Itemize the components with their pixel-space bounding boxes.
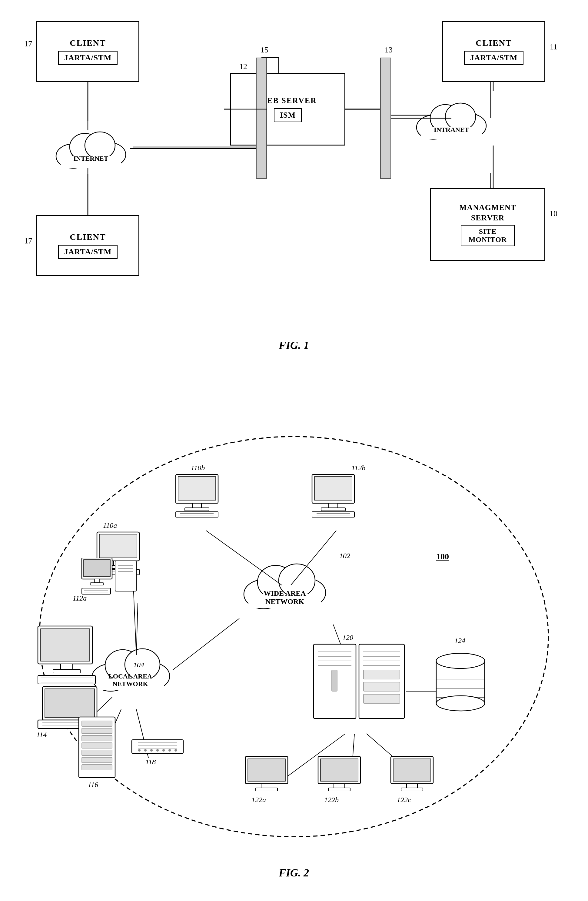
svg-rect-62 bbox=[178, 477, 216, 500]
client-tl-label: CLIENT bbox=[70, 38, 106, 48]
refnum-10: 10 bbox=[549, 209, 557, 218]
label-114: 114 bbox=[36, 731, 47, 739]
svg-text:NETWORK: NETWORK bbox=[112, 680, 148, 687]
svg-rect-76 bbox=[100, 534, 137, 558]
svg-rect-72 bbox=[312, 512, 355, 517]
svg-text:LOCAL AREA: LOCAL AREA bbox=[109, 672, 152, 680]
svg-rect-127 bbox=[332, 670, 337, 691]
mgmt-box: MANAGMENT SERVER SITE MONITOR bbox=[430, 188, 545, 261]
label-122a: 122a bbox=[252, 796, 266, 804]
server-tower-116 bbox=[76, 716, 118, 782]
svg-text:NETWORK: NETWORK bbox=[265, 597, 304, 605]
mgmt-label1: MANAGMENT bbox=[459, 203, 516, 212]
refnum-12: 12 bbox=[239, 62, 247, 71]
svg-point-119 bbox=[144, 749, 146, 751]
label-118: 118 bbox=[145, 758, 156, 766]
right-vbar bbox=[380, 58, 391, 179]
svg-rect-111 bbox=[82, 750, 112, 756]
svg-rect-70 bbox=[329, 503, 338, 508]
svg-rect-64 bbox=[185, 508, 209, 511]
webserver-label: WEB SERVER bbox=[259, 96, 317, 105]
workstation-110b bbox=[166, 473, 227, 518]
svg-rect-148 bbox=[261, 784, 272, 788]
label-wan-ref: 102 bbox=[339, 552, 350, 560]
svg-rect-137 bbox=[364, 682, 400, 691]
svg-rect-147 bbox=[248, 759, 285, 781]
intranet-label: INTRANET bbox=[434, 126, 469, 133]
client-tr-inner: JARTA/STM bbox=[464, 51, 523, 65]
server-rack-120 bbox=[312, 643, 409, 722]
svg-rect-87 bbox=[95, 579, 100, 583]
internet-cloud: INTERNET bbox=[48, 120, 133, 174]
label-124: 124 bbox=[454, 637, 465, 645]
refnum-15: 15 bbox=[261, 45, 268, 55]
desktop-left bbox=[36, 625, 97, 685]
webserver-inner: ISM bbox=[274, 108, 302, 122]
svg-rect-69 bbox=[314, 477, 352, 500]
svg-rect-107 bbox=[82, 721, 112, 726]
svg-rect-82 bbox=[84, 560, 110, 577]
figure-2: WIDE AREA NETWORK LOCAL AREA NETWORK bbox=[18, 412, 569, 885]
svg-rect-96 bbox=[38, 675, 95, 684]
mgmt-inner1: SITE bbox=[469, 228, 507, 235]
svg-line-52 bbox=[173, 619, 239, 670]
label-116: 116 bbox=[88, 781, 98, 789]
svg-point-124 bbox=[174, 749, 177, 751]
svg-rect-89 bbox=[82, 588, 110, 594]
svg-point-120 bbox=[150, 749, 153, 751]
svg-rect-149 bbox=[256, 788, 277, 791]
workstation-112b bbox=[303, 473, 364, 518]
svg-rect-71 bbox=[321, 508, 345, 511]
internet-label: INTERNET bbox=[74, 154, 109, 162]
label-lan-ref: 104 bbox=[133, 661, 144, 669]
label-112a: 112a bbox=[73, 594, 87, 602]
svg-rect-110 bbox=[82, 743, 112, 748]
svg-rect-94 bbox=[61, 664, 73, 669]
figure-1: CLIENT JARTA/STM 17 CLIENT JARTA/STM 11 … bbox=[18, 12, 569, 376]
refnum-17b: 17 bbox=[24, 237, 32, 246]
svg-rect-152 bbox=[334, 784, 345, 788]
client-bl-box: CLIENT JARTA/STM bbox=[36, 215, 139, 276]
client-bl-label: CLIENT bbox=[70, 232, 106, 242]
label-122c: 122c bbox=[397, 796, 411, 804]
svg-rect-153 bbox=[328, 788, 350, 791]
refnum-17a: 17 bbox=[24, 39, 32, 48]
client-tl-box: CLIENT JARTA/STM bbox=[36, 21, 139, 82]
client-tl-inner: JARTA/STM bbox=[58, 51, 118, 65]
svg-rect-88 bbox=[90, 583, 104, 585]
svg-rect-93 bbox=[40, 629, 90, 661]
refnum-13: 13 bbox=[385, 45, 393, 55]
svg-rect-138 bbox=[364, 694, 400, 703]
label-110a: 110a bbox=[103, 521, 117, 530]
svg-rect-63 bbox=[192, 503, 201, 508]
client-tr-label: CLIENT bbox=[476, 38, 512, 48]
svg-rect-155 bbox=[393, 759, 431, 781]
client-bl-inner: JARTA/STM bbox=[58, 245, 118, 259]
label-112b: 112b bbox=[352, 464, 366, 472]
svg-point-122 bbox=[162, 749, 165, 751]
label-110b: 110b bbox=[191, 464, 205, 472]
mgmt-inner2: MONITOR bbox=[469, 235, 507, 244]
svg-rect-136 bbox=[364, 670, 400, 679]
computer-112a bbox=[79, 558, 139, 597]
terminal-122b bbox=[315, 755, 364, 794]
refnum-11: 11 bbox=[550, 42, 557, 51]
svg-rect-101 bbox=[45, 689, 95, 718]
label-main-ref: 100 bbox=[436, 552, 449, 561]
svg-rect-113 bbox=[82, 765, 112, 770]
storage-124 bbox=[430, 646, 491, 712]
svg-point-118 bbox=[138, 749, 140, 751]
svg-text:WIDE AREA: WIDE AREA bbox=[264, 589, 306, 597]
svg-rect-156 bbox=[406, 784, 417, 788]
svg-rect-151 bbox=[320, 759, 358, 781]
svg-point-123 bbox=[168, 749, 171, 751]
svg-point-140 bbox=[436, 653, 485, 669]
left-vbar bbox=[256, 58, 267, 179]
label-122b: 122b bbox=[324, 796, 339, 804]
svg-rect-112 bbox=[82, 757, 112, 763]
svg-rect-65 bbox=[176, 512, 218, 517]
webserver-box: WEB SERVER ISM bbox=[230, 73, 345, 145]
svg-rect-109 bbox=[82, 736, 112, 741]
mgmt-label2: SERVER bbox=[471, 214, 505, 222]
intranet-cloud: INTRANET bbox=[409, 91, 494, 145]
